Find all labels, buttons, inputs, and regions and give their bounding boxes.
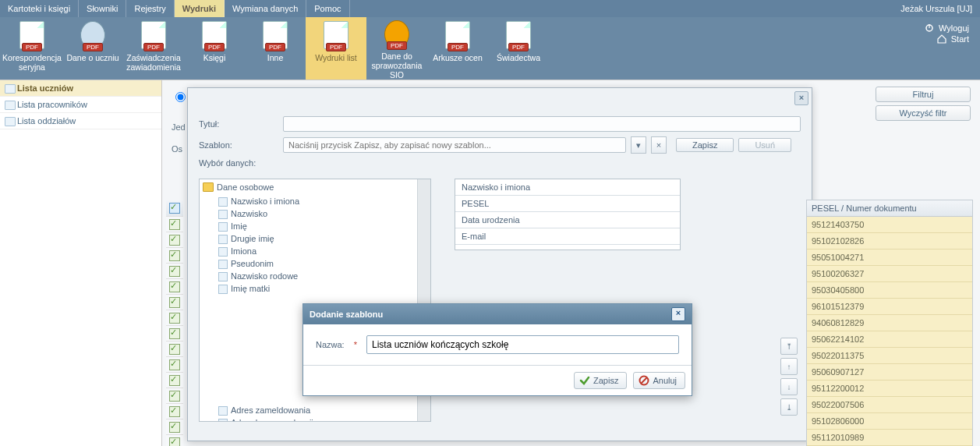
table-cell[interactable]: 95121403750: [807, 217, 972, 233]
menu-wymiana[interactable]: Wymiana danych: [225, 0, 306, 17]
menu-wydruki[interactable]: Wydruki: [175, 0, 225, 17]
pdf-badge-icon: PDF: [22, 43, 42, 51]
selected-item[interactable]: PESEL: [455, 196, 680, 212]
col-header-pesel[interactable]: PESEL / Numer dokumentu: [807, 200, 972, 217]
checkbox-row[interactable]: [166, 279, 183, 295]
pdf-badge-icon: PDF: [387, 41, 407, 50]
menu-rejestry[interactable]: Rejestry: [126, 0, 174, 17]
rib-arkusze[interactable]: PDF Arkusze ocen: [427, 17, 488, 80]
table-cell[interactable]: 95060907127: [807, 364, 972, 381]
checkbox-row[interactable]: [166, 342, 183, 357]
anuluj-button[interactable]: Anuluj: [633, 372, 685, 389]
table-cell[interactable]: 95022007506: [807, 397, 972, 413]
wybor-label: Wybór danych:: [199, 158, 283, 168]
checkbox-row[interactable]: [166, 326, 183, 342]
user-label: Jeżak Urszula [UJ]: [893, 0, 980, 17]
menubar: Kartoteki i księgi Słowniki Rejestry Wyd…: [0, 0, 980, 17]
rib-zaswiadczenia[interactable]: PDF Zaświadczenia zawiadomienia: [123, 17, 184, 80]
sidebar-item-lista-pracownikow[interactable]: Lista pracowników: [0, 97, 161, 113]
pdf-badge-icon: PDF: [326, 43, 346, 51]
sidebar-item-lista-oddzialow[interactable]: Lista oddziałów: [0, 113, 161, 129]
table-cell[interactable]: 95102806000: [807, 413, 972, 430]
tree-item[interactable]: Imię matki: [200, 282, 430, 295]
checkbox-row[interactable]: [166, 373, 183, 388]
selected-item[interactable]: Data urodzenia: [455, 212, 680, 228]
start-button[interactable]: Start: [925, 34, 969, 44]
checkbox-row[interactable]: [166, 232, 183, 248]
nazwa-input[interactable]: [366, 335, 679, 354]
tree-item[interactable]: Nazwisko i imiona: [200, 195, 430, 207]
rib-dane-uczniu[interactable]: PDF Dane o uczniu: [62, 17, 123, 80]
logout-button[interactable]: Wyloguj: [925, 23, 969, 33]
table-cell[interactable]: 95100206327: [807, 266, 972, 282]
table-cell[interactable]: 95102102826: [807, 233, 972, 250]
rib-ksiegi[interactable]: PDF Księgi: [184, 17, 245, 80]
zapisz-szablon-button[interactable]: Zapisz: [676, 138, 734, 152]
checkbox-row[interactable]: [166, 404, 183, 419]
tree-item[interactable]: Nazwisko: [200, 207, 430, 220]
tree-item[interactable]: Adres korespondencji: [200, 416, 430, 422]
szablon-input[interactable]: [283, 137, 626, 153]
filtruj-button[interactable]: Filtruj: [876, 87, 971, 102]
checkbox-row[interactable]: [166, 435, 183, 446]
selected-item[interactable]: Nazwisko i imiona: [455, 179, 680, 196]
menu-slowniki[interactable]: Słowniki: [79, 0, 126, 17]
menu-kartoteki[interactable]: Kartoteki i księgi: [0, 0, 79, 17]
tree-item[interactable]: Imię: [200, 220, 430, 232]
pdf-badge-icon: PDF: [204, 43, 225, 51]
szablon-clear-icon[interactable]: ×: [651, 136, 667, 154]
tree-item[interactable]: Drugie imię: [200, 232, 430, 245]
table-cell[interactable]: 96101512379: [807, 299, 972, 315]
szablon-dropdown-icon[interactable]: ▾: [631, 136, 646, 154]
tytul-input[interactable]: [283, 116, 801, 132]
required-icon: *: [354, 340, 357, 349]
rib-swiadectwa[interactable]: PDF Świadectwa: [488, 17, 549, 80]
usun-szablon-button[interactable]: Usuń: [738, 138, 791, 152]
table-cell[interactable]: 95062214102: [807, 331, 972, 348]
move-bottom-icon[interactable]: ⤓: [780, 398, 798, 416]
table-cell[interactable]: 95030405800: [807, 282, 972, 299]
sidebar-item-lista-uczniow[interactable]: Lista uczniów: [0, 80, 161, 97]
table-cell[interactable]: 95112200012: [807, 381, 972, 397]
tree-item[interactable]: Imiona: [200, 245, 430, 257]
data-table: PESEL / Numer dokumentu 95121403750 9510…: [806, 200, 973, 446]
move-up-icon[interactable]: ↑: [780, 358, 798, 375]
tree-item[interactable]: Nazwisko rodowe: [200, 270, 430, 282]
wyczysc-button[interactable]: Wyczyść filtr: [876, 105, 971, 121]
zapisz-button[interactable]: Zapisz: [574, 372, 627, 389]
checkbox-row[interactable]: [166, 357, 183, 373]
rib-inne[interactable]: PDF Inne: [245, 17, 306, 80]
table-cell[interactable]: 95022011375: [807, 348, 972, 364]
table-cell[interactable]: 94060812829: [807, 315, 972, 331]
checkbox-row[interactable]: [166, 248, 183, 264]
checkbox-row[interactable]: [166, 419, 183, 435]
close-icon[interactable]: ×: [794, 91, 808, 105]
checkbox-row[interactable]: [166, 264, 183, 279]
radio-u[interactable]: [175, 92, 186, 102]
tree-item[interactable]: Adres zameldowania: [200, 404, 430, 416]
checkbox-row[interactable]: [166, 310, 183, 326]
checkbox-row[interactable]: [166, 295, 183, 310]
tree-item[interactable]: Pseudonim: [200, 257, 430, 270]
checkbox-row[interactable]: [166, 388, 183, 404]
tree-root-dane-osobowe[interactable]: Dane osobowe: [200, 179, 430, 195]
selected-item[interactable]: E-mail: [455, 228, 680, 245]
tytul-label: Tytuł:: [199, 119, 283, 129]
move-top-icon[interactable]: ⤒: [780, 338, 798, 355]
table-cell[interactable]: 95051004271: [807, 250, 972, 266]
home-icon: [937, 34, 946, 44]
checkbox-row[interactable]: [166, 217, 183, 232]
dialog-title: Dodanie szablonu: [310, 310, 383, 319]
close-icon[interactable]: ×: [671, 307, 685, 321]
menu-pomoc[interactable]: Pomoc: [306, 0, 349, 17]
power-icon: [925, 23, 934, 33]
rib-sio[interactable]: PDF Dane do sprawozdania SIO: [366, 17, 427, 80]
table-cell[interactable]: 95112010989: [807, 430, 972, 446]
checkbox-header[interactable]: [166, 200, 183, 217]
rib-wydruki-list[interactable]: PDF Wydruki list: [306, 17, 366, 80]
selected-columns-list[interactable]: Nazwisko i imiona PESEL Data urodzenia E…: [455, 179, 681, 250]
move-down-icon[interactable]: ↓: [780, 378, 798, 395]
rib-korespondencja[interactable]: PDF Korespondencja seryjna: [2, 17, 62, 80]
sidebar: Lista uczniów Lista pracowników Lista od…: [0, 80, 162, 446]
svg-line-3: [642, 378, 647, 384]
